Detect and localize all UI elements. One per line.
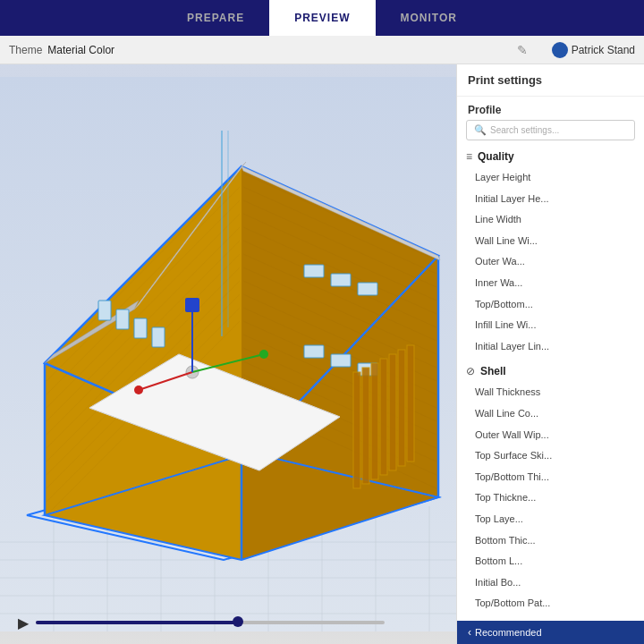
setting-wall-line-count[interactable]: Wall Line Co... — [457, 403, 644, 425]
recommend-bar[interactable]: ‹ Recommended — [457, 621, 644, 644]
svg-rect-83 — [304, 345, 324, 358]
top-navigation: PREPARE PREVIEW MONITOR — [0, 0, 644, 36]
tab-preview[interactable]: PREVIEW — [269, 0, 375, 36]
playback-bar: ▶ — [18, 610, 385, 635]
setting-initial-bottom[interactable]: Initial Bo... — [457, 572, 644, 594]
search-placeholder: Search settings... — [490, 125, 559, 135]
setting-topbottom-pattern[interactable]: Top/Bottom Pat... — [457, 593, 644, 614]
quality-icon: ≡ — [466, 150, 472, 163]
shell-icon: ⊘ — [466, 365, 475, 377]
quality-label: Quality — [478, 150, 514, 163]
svg-rect-89 — [152, 327, 165, 347]
setting-initial-layer-line[interactable]: Initial Layer Lin... — [457, 336, 644, 358]
chevron-left-icon: ‹ — [468, 626, 471, 639]
shell-label: Shell — [480, 365, 506, 377]
svg-rect-101 — [407, 345, 414, 462]
settings-group: ≡ Quality Layer Height Initial Layer He.… — [457, 146, 644, 621]
svg-point-98 — [259, 350, 268, 359]
edit-icon[interactable]: ✎ — [517, 43, 528, 57]
svg-rect-104 — [380, 359, 387, 475]
recommend-label: Recommended — [475, 627, 542, 638]
svg-rect-105 — [371, 363, 378, 479]
user-info: Patrick Stand — [552, 42, 635, 58]
setting-top-bottom[interactable]: Top/Bottom... — [457, 294, 644, 316]
3d-viewport[interactable]: ▶ — [0, 64, 456, 644]
setting-bottom-layers[interactable]: Bottom L... — [457, 551, 644, 572]
svg-rect-102 — [398, 350, 405, 466]
3d-model-svg — [0, 64, 456, 644]
user-avatar — [552, 42, 568, 58]
setting-top-thickness[interactable]: Top Thickne... — [457, 487, 644, 509]
svg-rect-88 — [134, 318, 147, 338]
progress-thumb[interactable] — [233, 616, 243, 627]
svg-rect-84 — [331, 354, 351, 367]
theme-label: Theme — [9, 44, 42, 56]
setting-bottom-pattern[interactable]: Bottom Pattern... — [457, 614, 644, 621]
shell-group-header[interactable]: ⊘ Shell — [457, 360, 644, 382]
profile-label: Profile — [457, 97, 644, 120]
setting-infill-line-width[interactable]: Infill Line Wi... — [457, 315, 644, 336]
progress-fill — [36, 621, 238, 624]
progress-track[interactable] — [36, 621, 385, 624]
svg-rect-106 — [362, 368, 369, 484]
setting-top-surface-skin[interactable]: Top Surface Ski... — [457, 445, 644, 467]
setting-bottom-thickness[interactable]: Bottom Thic... — [457, 530, 644, 552]
setting-wall-line-width[interactable]: Wall Line Wi... — [457, 231, 644, 252]
tab-prepare[interactable]: PREPARE — [162, 0, 269, 36]
svg-rect-81 — [331, 274, 351, 286]
user-name: Patrick Stand — [572, 44, 635, 56]
svg-point-96 — [134, 386, 143, 394]
search-box[interactable]: 🔍 Search settings... — [466, 120, 635, 140]
main-layout: ▶ Print settings Profile 🔍 Search settin… — [0, 64, 644, 644]
svg-rect-100 — [185, 298, 199, 312]
svg-rect-87 — [116, 309, 129, 329]
setting-initial-layer-height[interactable]: Initial Layer He... — [457, 189, 644, 210]
setting-outer-wall[interactable]: Outer Wa... — [457, 251, 644, 273]
tab-monitor[interactable]: MONITOR — [376, 0, 482, 36]
svg-rect-107 — [353, 372, 360, 488]
sub-header: Theme Material Color ✎ Patrick Stand — [0, 36, 644, 64]
svg-rect-86 — [98, 301, 111, 320]
setting-inner-wall[interactable]: Inner Wa... — [457, 273, 644, 294]
setting-top-layers[interactable]: Top Laye... — [457, 509, 644, 530]
setting-line-width[interactable]: Line Width — [457, 209, 644, 231]
panel-title: Print settings — [457, 64, 644, 97]
color-value: Material Color — [47, 44, 114, 56]
right-panel: Print settings Profile 🔍 Search settings… — [456, 64, 644, 644]
setting-topbottom-thickness[interactable]: Top/Bottom Thi... — [457, 467, 644, 488]
play-button[interactable]: ▶ — [18, 614, 29, 631]
search-icon: 🔍 — [474, 124, 487, 136]
svg-rect-103 — [389, 354, 396, 470]
svg-rect-82 — [358, 283, 377, 295]
setting-layer-height[interactable]: Layer Height — [457, 167, 644, 189]
quality-group-header[interactable]: ≡ Quality — [457, 146, 644, 167]
setting-outer-wall-wipe[interactable]: Outer Wall Wip... — [457, 425, 644, 446]
setting-wall-thickness[interactable]: Wall Thickness — [457, 382, 644, 403]
svg-rect-80 — [304, 265, 324, 277]
